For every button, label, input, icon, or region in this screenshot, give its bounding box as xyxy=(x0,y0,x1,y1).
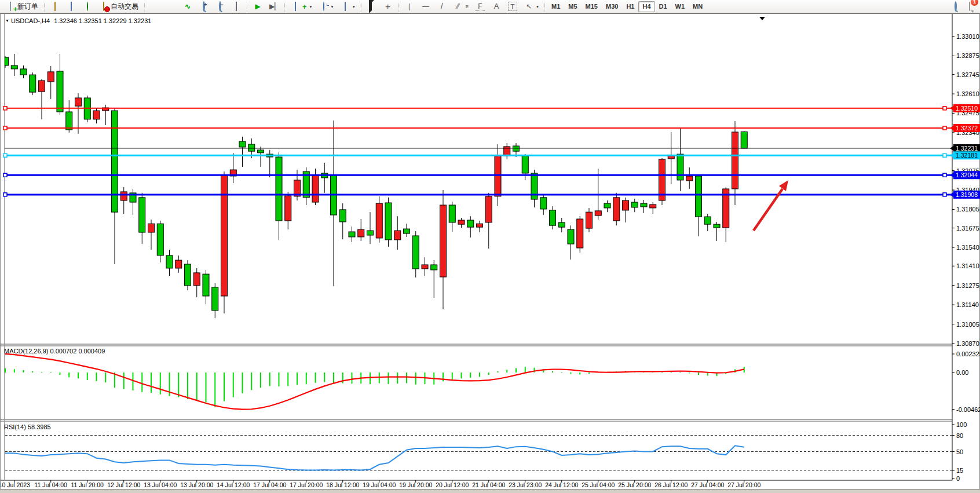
separator xyxy=(544,2,545,12)
separator xyxy=(398,2,399,12)
indicators-button[interactable]: + ▾ xyxy=(287,1,316,12)
time-tick-label: 11 Jul 20:00 xyxy=(71,481,104,488)
price-level-badge-label: 1.32510 xyxy=(956,105,978,112)
macd-tick-label: 0.00 xyxy=(956,369,968,376)
vertical-line-tool[interactable]: | xyxy=(401,1,418,12)
zoom-out-button[interactable]: − xyxy=(212,1,228,12)
line-chart-icon: ∿ xyxy=(183,2,192,11)
line-handle[interactable] xyxy=(943,154,946,157)
candle xyxy=(47,72,54,82)
auto-trading-label: 自动交易 xyxy=(111,2,138,12)
tab-m30[interactable]: M30 xyxy=(602,1,622,12)
templates-button[interactable]: ▾ xyxy=(337,1,359,12)
candlestick-chart-button[interactable] xyxy=(163,1,180,12)
symbol-menu-triangle-icon[interactable]: ▼ xyxy=(5,19,9,23)
chat-icon[interactable] xyxy=(969,2,970,11)
auto-trading-button[interactable]: 自动交易 xyxy=(96,1,142,12)
candle xyxy=(221,176,228,296)
cursor-icon xyxy=(369,0,375,13)
tab-w1[interactable]: W1 xyxy=(671,1,689,12)
candle xyxy=(11,65,17,69)
time-tick-label: 25 Jul 04:00 xyxy=(582,481,615,488)
candle xyxy=(704,217,711,224)
candle xyxy=(404,229,410,233)
channel-icon: ⁄⁄ xyxy=(454,2,463,11)
sounds-button[interactable] xyxy=(79,1,96,12)
price-tick-label: 1.31005 xyxy=(956,321,979,328)
channel-tool[interactable]: ⁄⁄E xyxy=(450,1,472,12)
tab-mn[interactable]: MN xyxy=(689,1,707,12)
bar-chart-button[interactable] xyxy=(147,1,163,12)
chart-shift-marker-icon[interactable] xyxy=(759,17,765,20)
candle xyxy=(30,75,36,92)
chevron-down-icon: ▾ xyxy=(536,4,539,9)
sounds-icon xyxy=(87,2,88,11)
auto-scroll-button[interactable]: ▶ xyxy=(250,1,266,12)
trendline-tool[interactable]: / xyxy=(434,1,450,12)
separator xyxy=(44,2,45,12)
macd-tick-label: -0.004624 xyxy=(956,406,980,413)
chart-shift-button[interactable]: ▶▏ xyxy=(266,1,282,12)
candle xyxy=(276,157,282,221)
label-tool[interactable]: T xyxy=(504,1,521,12)
arrows-tool[interactable]: ↖ ▾ xyxy=(521,1,542,12)
candle xyxy=(504,147,510,156)
separator xyxy=(144,2,145,12)
candle xyxy=(312,176,319,202)
candle xyxy=(385,203,392,240)
periods-button[interactable]: ▾ xyxy=(316,1,337,12)
tab-m5[interactable]: M5 xyxy=(564,1,581,12)
rsi-indicator-label: RSI(14) 58.3985 xyxy=(4,423,51,430)
text-tool[interactable]: A xyxy=(488,1,504,12)
new-order-button[interactable]: 新订单 xyxy=(2,1,42,12)
charts-button[interactable] xyxy=(63,1,79,12)
time-tick-label: 19 Jul 04:00 xyxy=(363,481,396,488)
time-tick-label: 27 Jul 20:00 xyxy=(727,481,760,488)
tab-h4[interactable]: H4 xyxy=(638,1,654,12)
line-handle[interactable] xyxy=(3,107,7,110)
price-level-badge-label: 1.32044 xyxy=(956,171,978,178)
candle xyxy=(686,176,693,181)
line-handle[interactable] xyxy=(943,107,946,110)
chart-symbol-period: USDCAD-,H4 xyxy=(11,17,50,24)
line-handle[interactable] xyxy=(3,173,7,177)
tab-d1[interactable]: D1 xyxy=(655,1,671,12)
time-tick-label: 12 Jul 12:00 xyxy=(107,481,140,488)
price-level-badge-label: 1.31908 xyxy=(956,191,978,198)
line-handle[interactable] xyxy=(3,126,7,130)
arrows-icon: ↖ xyxy=(524,2,533,11)
chart-title: ▼USDCAD-,H41.32346 1.32351 1.32229 1.322… xyxy=(5,17,151,24)
line-chart-button[interactable]: ∿ xyxy=(180,1,196,12)
fibonacci-tool[interactable]: F xyxy=(472,1,488,12)
crosshair-tool[interactable]: + xyxy=(380,1,396,12)
line-handle[interactable] xyxy=(3,193,7,196)
horizontal-line-tool[interactable]: — xyxy=(418,1,434,12)
line-handle[interactable] xyxy=(943,193,946,196)
separator xyxy=(247,2,247,12)
candle xyxy=(239,141,246,147)
candle xyxy=(540,198,547,209)
time-tick-label: 21 Jul 04:00 xyxy=(472,481,505,488)
line-handle[interactable] xyxy=(3,154,7,157)
tab-h1[interactable]: H1 xyxy=(622,1,638,12)
candle xyxy=(66,112,72,130)
candle xyxy=(212,287,218,311)
candle xyxy=(57,71,63,112)
candle xyxy=(258,150,264,153)
rsi-tick-label: 15 xyxy=(956,467,963,474)
price-badge-pointer xyxy=(950,173,953,177)
quotes-button[interactable] xyxy=(47,1,63,12)
cursor-tool[interactable] xyxy=(364,1,380,12)
trend-arrow-annotation[interactable] xyxy=(754,180,788,231)
price-tick-label: 1.32745 xyxy=(956,71,979,78)
tab-m1[interactable]: M1 xyxy=(547,1,564,12)
line-handle[interactable] xyxy=(943,173,946,177)
line-handle[interactable] xyxy=(943,126,946,130)
tab-m15[interactable]: M15 xyxy=(582,1,602,12)
trendline-icon: / xyxy=(437,2,447,11)
search-icon[interactable] xyxy=(955,1,957,12)
notification-badge[interactable]: 1 xyxy=(971,0,978,6)
tile-windows-button[interactable] xyxy=(228,1,244,12)
price-badge-pointer xyxy=(950,146,953,151)
zoom-in-button[interactable]: + xyxy=(196,1,212,12)
